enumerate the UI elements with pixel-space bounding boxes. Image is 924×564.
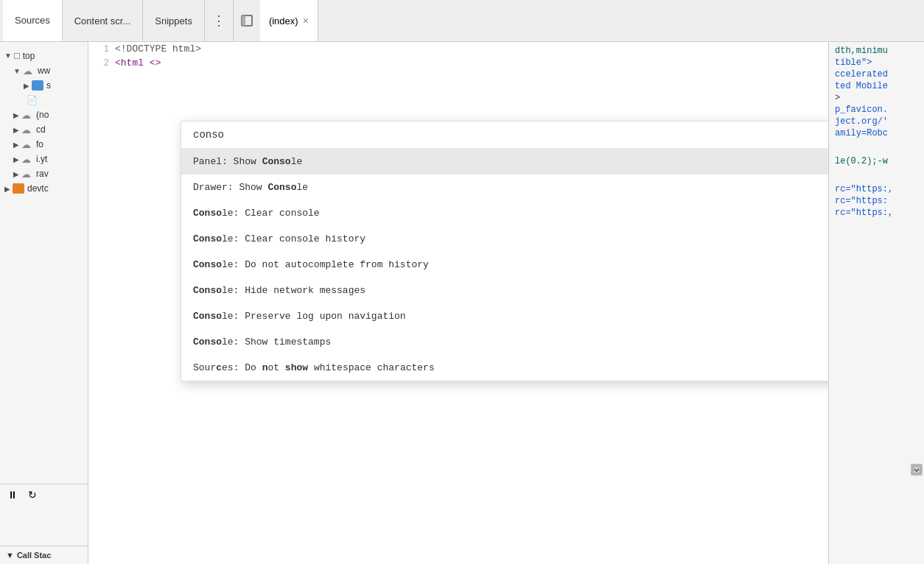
right-line-6: p_favicon. [829, 104, 924, 116]
tree-label-rav: rav [36, 169, 49, 179]
tree-arrow-no: ▶ [13, 111, 19, 119]
right-text-12: rc="https:, [835, 184, 893, 194]
tree-label-top: top [23, 51, 35, 61]
tree-label-s: s [46, 80, 51, 91]
autocomplete-item-7[interactable]: Console: Preserve log upon navigation [181, 303, 828, 329]
svg-rect-2 [913, 466, 920, 473]
autocomplete-item-9-label: Sources: Do not show whitespace characte… [193, 362, 435, 373]
tree-item-top[interactable]: ▼ □ top [0, 48, 88, 63]
main-layout: ▼ □ top ▼ ☁ ww ▶ s 📄 [0, 42, 924, 564]
file-tab-label: (index) [269, 15, 298, 27]
right-text-10: le(0.2);-w [835, 156, 888, 166]
cloud-icon-rav: ☁ [21, 169, 33, 179]
tree-arrow-s: ▶ [24, 82, 29, 90]
cloud-icon-no: ☁ [21, 110, 33, 120]
folder-icon-devtc [13, 183, 24, 194]
autocomplete-item-3[interactable]: Console: Clear console Ctrl L [181, 200, 828, 226]
tree-item-fo[interactable]: ▶ ☁ fo [0, 137, 88, 152]
autocomplete-input: conso [181, 121, 828, 149]
bottom-toolbar: ⏸ ↻ [0, 484, 88, 505]
file-tab-close[interactable]: × [303, 15, 309, 27]
autocomplete-item-6[interactable]: Console: Hide network messages [181, 278, 828, 303]
autocomplete-item-1[interactable]: Panel: Show Console [181, 149, 828, 175]
autocomplete-item-5-label: Console: Do not autocomplete from histor… [193, 259, 429, 270]
right-text-6: p_favicon. [835, 105, 888, 115]
autocomplete-dropdown[interactable]: conso Panel: Show Console Drawer: Show C… [181, 121, 828, 381]
right-line-12: rc="https:, [829, 183, 924, 195]
tree-item-iyt[interactable]: ▶ ☁ i.yt [0, 152, 88, 166]
right-line-7: ject.org/' [829, 116, 924, 127]
autocomplete-item-2[interactable]: Drawer: Show Console [181, 175, 828, 200]
scroll-indicator[interactable] [911, 464, 923, 476]
autocomplete-item-4-label: Console: Clear console history [193, 233, 365, 244]
tab-snippets-label: Snippets [155, 15, 192, 27]
tree-item-file[interactable]: 📄 [0, 93, 88, 107]
code-line-2: 2 <html <> [88, 56, 828, 70]
tab-sources[interactable]: Sources [3, 0, 63, 41]
right-text-3: ccelerated [835, 69, 888, 80]
right-line-8: amily=Robc [829, 127, 924, 139]
autocomplete-item-8[interactable]: Console: Show timestamps [181, 329, 828, 355]
file-icon: 📄 [27, 95, 37, 105]
tree-arrow-devtc: ▶ [4, 185, 10, 193]
editor-area[interactable]: 1 <!DOCTYPE html> 2 <html <> conso Panel… [88, 42, 828, 564]
autocomplete-item-2-label: Drawer: Show Console [193, 182, 308, 193]
right-line-11 [829, 167, 924, 183]
pause-button[interactable]: ⏸ [7, 489, 18, 501]
call-stack-title[interactable]: ▼ Call Stac [6, 551, 83, 560]
panel-toggle-button[interactable] [234, 0, 260, 41]
tree-label-ww: ww [38, 66, 50, 76]
tree-item-cd[interactable]: ▶ ☁ cd [0, 122, 88, 137]
right-line-9 [829, 139, 924, 155]
right-line-2: tible"> [829, 57, 924, 68]
tree-label-devtc: devtc [27, 183, 49, 194]
tree-arrow-ww: ▼ [13, 67, 21, 75]
right-text-13: rc="https: [835, 196, 888, 206]
tree-item-devtc[interactable]: ▶ devtc [0, 181, 88, 196]
autocomplete-item-8-label: Console: Show timestamps [193, 336, 331, 348]
right-line-4: ted Mobile [829, 80, 924, 92]
more-tabs-button[interactable]: ⋮ [205, 0, 233, 41]
autocomplete-item-9[interactable]: Sources: Do not show whitespace characte… [181, 355, 828, 381]
autocomplete-item-1-label: Panel: Show Console [193, 156, 302, 167]
sidebar-tree: ▼ □ top ▼ ☁ ww ▶ s 📄 [0, 42, 88, 202]
tab-bar: Sources Content scr... Snippets ⋮ (index… [0, 0, 924, 42]
right-panel: dth,minimu tible"> ccelerated ted Mobile… [828, 42, 924, 564]
line-content-1: <!DOCTYPE html> [115, 43, 201, 54]
tab-content-scr-label: Content scr... [74, 15, 131, 27]
tree-arrow-cd: ▶ [13, 126, 19, 134]
scroll-down-icon [912, 465, 921, 474]
right-text-7: ject.org/' [835, 116, 888, 127]
autocomplete-item-6-label: Console: Hide network messages [193, 285, 365, 296]
autocomplete-item-4[interactable]: Console: Clear console history [181, 226, 828, 252]
tree-arrow-iyt: ▶ [13, 155, 19, 163]
tree-label-cd: cd [36, 124, 46, 135]
right-text-14: rc="https:, [835, 208, 893, 218]
cloud-icon-fo: ☁ [21, 139, 33, 149]
tree-arrow-fo: ▶ [13, 141, 19, 149]
call-stack-label: Call Stac [17, 551, 51, 560]
line-number-2: 2 [88, 58, 115, 68]
step-button[interactable]: ↻ [28, 489, 37, 501]
tree-arrow-rav: ▶ [13, 170, 19, 178]
cloud-icon-iyt: ☁ [21, 154, 33, 164]
line-number-1: 1 [88, 44, 115, 54]
svg-rect-1 [242, 15, 245, 26]
tab-snippets[interactable]: Snippets [143, 0, 205, 41]
file-tab-index[interactable]: (index) × [260, 0, 318, 41]
tree-item-rav[interactable]: ▶ ☁ rav [0, 166, 88, 181]
right-line-5: > [829, 92, 924, 104]
code-line-1: 1 <!DOCTYPE html> [88, 42, 828, 56]
cloud-icon-cd: ☁ [21, 124, 33, 135]
tree-label-fo: fo [36, 139, 43, 149]
tree-item-no[interactable]: ▶ ☁ (no [0, 107, 88, 122]
right-line-3: ccelerated [829, 68, 924, 80]
tree-item-s[interactable]: ▶ s [0, 78, 88, 93]
right-line-14: rc="https:, [829, 207, 924, 219]
tab-content-scr[interactable]: Content scr... [63, 0, 144, 41]
autocomplete-input-text: conso [193, 129, 224, 141]
autocomplete-item-5[interactable]: Console: Do not autocomplete from histor… [181, 252, 828, 278]
line-content-2: <html <> [115, 57, 161, 68]
page-icon-top: □ [14, 50, 20, 61]
tree-item-ww[interactable]: ▼ ☁ ww [0, 63, 88, 78]
